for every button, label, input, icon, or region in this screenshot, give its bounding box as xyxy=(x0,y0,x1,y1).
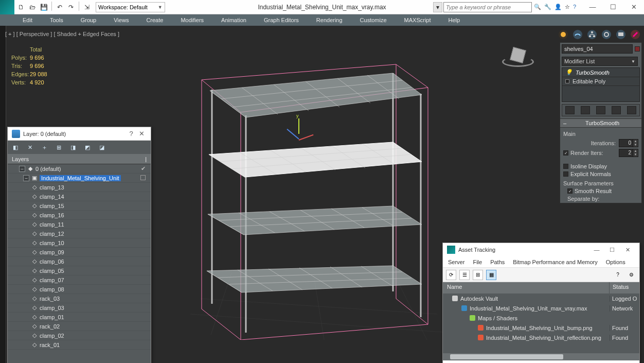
binoculars-icon[interactable]: 🔍 xyxy=(534,4,541,10)
layer-row-item[interactable]: ◇clamp_14 xyxy=(8,192,151,201)
undo-icon[interactable]: ↶ xyxy=(54,2,65,13)
hierarchy-tab-icon[interactable] xyxy=(587,30,597,39)
expander-icon[interactable]: – xyxy=(19,166,25,172)
display-tab-icon[interactable] xyxy=(616,30,625,39)
layer-row-item[interactable]: ◇rack_03 xyxy=(8,294,151,303)
layer-row-item[interactable]: ◇clamp_11 xyxy=(8,220,151,229)
pin-stack-icon[interactable] xyxy=(565,106,575,114)
star-icon[interactable]: ☆ xyxy=(565,4,570,10)
search-input[interactable] xyxy=(443,2,532,12)
menu-maxscript[interactable]: MAXScript xyxy=(404,17,431,23)
viewport-area[interactable]: [ + ] [ Perspective ] [ Shaded + Edged F… xyxy=(0,26,644,363)
asset-tree-icon[interactable]: ⊞ xyxy=(473,270,483,280)
isoline-checkbox[interactable] xyxy=(563,164,568,169)
open-file-icon[interactable]: 🗁 xyxy=(27,2,38,13)
layer-row-item[interactable]: ◇clamp_16 xyxy=(8,211,151,220)
help-icon[interactable]: ? xyxy=(573,4,576,10)
layer-row-item[interactable]: ◇clamp_05 xyxy=(8,266,151,275)
layer-row-item[interactable]: ◇rack_01 xyxy=(8,340,151,350)
layer-row-item[interactable]: ◇clamp_15 xyxy=(8,201,151,211)
menu-tools[interactable]: Tools xyxy=(50,17,63,23)
menu-rendering[interactable]: Rendering xyxy=(316,17,343,23)
asset-row[interactable]: Industrial_Metal_Shelving_Unit_reflectio… xyxy=(443,333,639,342)
asset-col-name[interactable]: Name xyxy=(443,282,610,293)
transform-gizmo[interactable]: y xyxy=(286,123,312,148)
link-icon[interactable]: ⇲ xyxy=(81,2,93,13)
modify-tab-icon[interactable] xyxy=(573,30,582,39)
layer-close-icon[interactable]: ✕ xyxy=(136,130,147,137)
asset-row[interactable]: Industrial_Metal_Shelving_Unit_bump.pngF… xyxy=(443,323,639,333)
menu-group[interactable]: Group xyxy=(81,17,97,23)
lightbulb-icon[interactable]: 💡 xyxy=(565,69,573,76)
viewcube[interactable] xyxy=(501,43,535,73)
layer-row-item[interactable]: ◇clamp_03 xyxy=(8,303,151,313)
remove-modifier-icon[interactable] xyxy=(612,106,621,114)
asset-table-icon[interactable]: ▦ xyxy=(486,270,496,280)
layer-row-item[interactable]: ◇clamp_10 xyxy=(8,238,151,248)
people-icon[interactable]: 👤 xyxy=(554,4,562,10)
render-iters-spinner[interactable]: 2▲▼ xyxy=(619,149,638,157)
asset-list-icon[interactable]: ☰ xyxy=(459,270,470,280)
asset-help-icon[interactable]: ? xyxy=(613,270,623,280)
smooth-result-checkbox[interactable]: ✓ xyxy=(567,188,573,194)
rollout-turbosmooth[interactable]: –TurboSmooth xyxy=(560,118,641,128)
asset-menu-paths[interactable]: Paths xyxy=(490,259,505,265)
asset-maximize-icon[interactable]: ☐ xyxy=(604,247,620,253)
layer-window-titlebar[interactable]: Layer: 0 (default) ? ✕ xyxy=(8,127,151,141)
asset-menu-file[interactable]: File xyxy=(473,259,482,265)
asset-menu-server[interactable]: Server xyxy=(448,259,464,265)
object-color-swatch[interactable] xyxy=(635,46,640,51)
menu-help[interactable]: Help xyxy=(449,17,460,23)
asset-minimize-icon[interactable]: — xyxy=(589,247,604,253)
select-highlight-icon[interactable]: ◨ xyxy=(68,143,78,152)
maximize-button[interactable]: ☐ xyxy=(603,0,623,13)
configure-sets-icon[interactable] xyxy=(627,106,636,114)
menu-edit[interactable]: Edit xyxy=(23,17,32,23)
layer-help-icon[interactable]: ? xyxy=(126,130,136,137)
layer-row-item[interactable]: ◇clamp_13 xyxy=(8,183,151,192)
iterations-spinner[interactable]: 0▲▼ xyxy=(619,139,638,147)
workspace-selector[interactable]: Workspace: Default ▼ xyxy=(96,2,165,12)
expander-icon[interactable]: – xyxy=(23,175,29,181)
redo-icon[interactable]: ↷ xyxy=(65,2,77,13)
wrench-icon[interactable]: 🔧 xyxy=(544,4,551,10)
layer-row-item[interactable]: ◇clamp_01 xyxy=(8,313,151,322)
hide-unhide-icon[interactable]: ◪ xyxy=(97,143,106,152)
viewport-label[interactable]: [ + ] [ Perspective ] [ Shaded + Edged F… xyxy=(5,31,119,37)
motion-tab-icon[interactable] xyxy=(602,30,611,39)
asset-menu-options[interactable]: Options xyxy=(606,259,625,265)
menu-views[interactable]: Views xyxy=(114,17,129,23)
modifier-list-dropdown[interactable]: Modifier List ▼ xyxy=(562,57,638,66)
asset-row[interactable]: Autodesk VaultLogged O xyxy=(443,293,639,303)
asset-row[interactable]: Industrial_Metal_Shelving_Unit_max_vray.… xyxy=(443,303,639,313)
layer-checkbox[interactable] xyxy=(140,175,146,180)
asset-refresh-icon[interactable]: ⟳ xyxy=(446,270,456,280)
layer-row-item[interactable]: ◇rack_02 xyxy=(8,322,151,331)
stack-toggle-icon[interactable] xyxy=(565,79,569,83)
asset-horizontal-scrollbar[interactable] xyxy=(443,353,639,360)
add-selection-icon[interactable]: ⊞ xyxy=(54,143,63,152)
asset-tree[interactable]: Autodesk VaultLogged OIndustrial_Metal_S… xyxy=(443,293,639,353)
layer-row-item[interactable]: ◇clamp_12 xyxy=(8,229,151,238)
make-unique-icon[interactable] xyxy=(596,106,605,114)
menu-modifiers[interactable]: Modifiers xyxy=(181,17,204,23)
delete-layer-icon[interactable]: ✕ xyxy=(25,143,34,152)
layer-row-item[interactable]: ◇clamp_09 xyxy=(8,248,151,257)
menu-customize[interactable]: Customize xyxy=(360,17,387,23)
asset-menu-bitmap[interactable]: Bitmap Performance and Memory xyxy=(513,259,597,265)
close-button[interactable]: ✕ xyxy=(623,0,644,13)
asset-close-icon[interactable]: ✕ xyxy=(620,247,635,253)
layer-row-group[interactable]: – ▣ Industrial_Metal_Shelving_Unit xyxy=(8,174,151,183)
modifier-stack[interactable]: 💡TurboSmooth Editable Poly xyxy=(562,67,640,102)
layer-row-item[interactable]: ◇clamp_08 xyxy=(8,285,151,294)
explicit-normals-checkbox[interactable] xyxy=(563,171,568,177)
render-iters-checkbox[interactable]: ✓ xyxy=(563,150,568,155)
viewport-3d-object[interactable] xyxy=(180,41,448,340)
left-toolbar-strip[interactable] xyxy=(0,26,6,363)
save-icon[interactable]: 💾 xyxy=(38,2,49,13)
asset-col-status[interactable]: Status xyxy=(610,282,639,293)
layer-row-root[interactable]: – ◆ 0 (default) ✔ xyxy=(8,164,151,174)
minimize-button[interactable]: — xyxy=(582,0,603,13)
layer-row-item[interactable]: ◇clamp_06 xyxy=(8,257,151,266)
menu-animation[interactable]: Animation xyxy=(221,17,246,23)
